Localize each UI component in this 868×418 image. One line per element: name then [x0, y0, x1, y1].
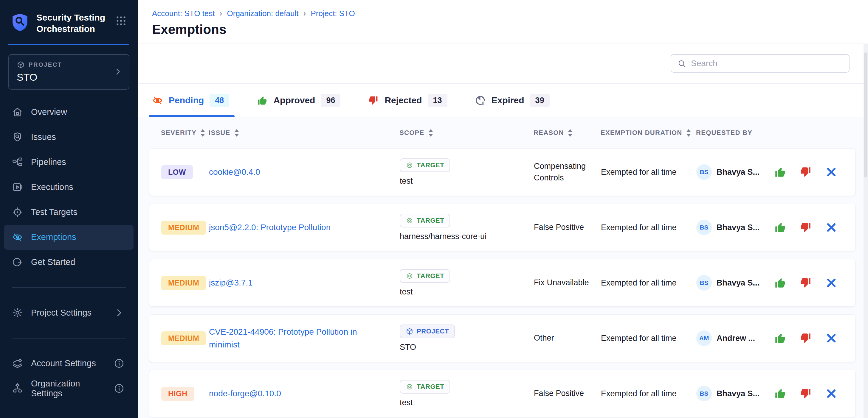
exemption-row: MEDIUMjszip@3.7.1TARGETtestFix Unavailab… [149, 259, 856, 307]
scope-type-label: TARGET [417, 161, 444, 169]
issue-link[interactable]: jszip@3.7.1 [209, 276, 400, 289]
avatar: BS [696, 220, 712, 235]
exemption-row: HIGHnode-forge@0.10.0TARGETtestFalse Pos… [149, 370, 856, 417]
sidebar-accent-bar [8, 44, 129, 45]
issue-link[interactable]: CVE-2021-44906: Prototype Pollution in m… [209, 325, 400, 351]
sort-icon [428, 129, 433, 137]
column-header-severity[interactable]: Severity [161, 129, 209, 137]
issue-cell: jszip@3.7.1 [209, 276, 400, 289]
sidebar-item-label: Overview [31, 107, 67, 117]
scope-cell: PROJECTSTO [400, 324, 534, 352]
approve-button[interactable] [774, 166, 786, 178]
issue-link[interactable]: json5@2.2.0: Prototype Pollution [209, 221, 400, 234]
issue-cell: json5@2.2.0: Prototype Pollution [209, 221, 400, 234]
avatar: BS [696, 275, 712, 290]
sidebar-item-account-settings[interactable]: Account Settings [0, 351, 138, 376]
sidebar-item-exemptions[interactable]: Exemptions [4, 225, 133, 250]
cancel-request-button[interactable] [825, 221, 838, 234]
tab-approved[interactable]: Approved96 [257, 84, 340, 117]
sidebar-item-label: Pipelines [31, 157, 66, 167]
scrollbar-thumb[interactable] [864, 53, 867, 177]
sidebar-item-test-targets[interactable]: Test Targets [0, 200, 138, 225]
sidebar-item-issues[interactable]: Issues [0, 125, 138, 150]
reject-button[interactable] [800, 166, 812, 178]
cancel-request-button[interactable] [825, 387, 838, 400]
sidebar-item-overview[interactable]: Overview [0, 100, 138, 125]
scope-cell: TARGETtest [400, 269, 534, 297]
cancel-request-button[interactable] [825, 166, 838, 178]
approve-button[interactable] [774, 332, 786, 345]
requested-by-cell: BSBhavya S... [696, 164, 774, 180]
tab-label: Pending [169, 95, 204, 105]
home-icon [12, 107, 23, 117]
cancel-request-button[interactable] [825, 332, 838, 345]
severity-badge: MEDIUM [161, 221, 206, 235]
account-layers-icon [12, 358, 23, 369]
approve-button[interactable] [774, 221, 786, 234]
actions-cell [774, 166, 843, 178]
breadcrumb-link-project-sto[interactable]: Project: STO [311, 9, 355, 18]
module-grid-icon[interactable] [115, 15, 127, 27]
vertical-scrollbar[interactable] [864, 44, 868, 418]
scope-type-badge: PROJECT [400, 324, 455, 338]
search-input[interactable] [691, 59, 843, 68]
approve-button[interactable] [774, 277, 786, 289]
sidebar-item-project-settings[interactable]: Project Settings [0, 301, 138, 325]
sidebar-item-get-started[interactable]: Get Started [0, 250, 138, 275]
sidebar-item-label: Organization Settings [31, 379, 105, 398]
column-header-scope[interactable]: Scope [399, 129, 533, 137]
severity-cell: HIGH [161, 387, 209, 401]
thumb-up-icon [257, 95, 268, 106]
target-circle-icon [406, 272, 413, 280]
project-selector[interactable]: PROJECT STO [8, 54, 129, 90]
tab-rejected[interactable]: Rejected13 [368, 84, 447, 117]
tab-expired[interactable]: Expired39 [475, 84, 550, 117]
reject-button[interactable] [800, 277, 812, 289]
scope-name: test [400, 287, 534, 297]
eye-off-icon [152, 95, 163, 106]
sidebar-item-executions[interactable]: Executions [0, 175, 138, 200]
tab-count-badge: 48 [210, 94, 229, 107]
info-icon[interactable] [114, 383, 125, 394]
pipelines-icon [12, 156, 23, 168]
exemption-row: LOWcookie@0.4.0TARGETtestCompensating Co… [149, 148, 856, 196]
sidebar-item-organization-settings[interactable]: Organization Settings [0, 376, 138, 401]
scope-type-badge: TARGET [400, 214, 450, 228]
info-icon[interactable] [114, 358, 125, 369]
scope-name: harness/harness-core-ui [400, 232, 534, 241]
duration-cell: Exempted for all time [601, 334, 696, 343]
breadcrumb-link-account-sto-test[interactable]: Account: STO test [152, 9, 215, 18]
scope-type-label: PROJECT [417, 327, 449, 335]
approve-button[interactable] [774, 387, 786, 400]
sidebar-item-label: Account Settings [31, 358, 96, 368]
issue-cell: node-forge@0.10.0 [209, 387, 400, 400]
column-header-reason[interactable]: Reason [533, 129, 600, 137]
reject-button[interactable] [800, 332, 812, 345]
issue-link[interactable]: node-forge@0.10.0 [209, 387, 400, 400]
main-content: Account: STO test›Organization: default›… [138, 0, 868, 418]
gear-icon [12, 307, 23, 318]
issue-cell: CVE-2021-44906: Prototype Pollution in m… [209, 325, 400, 351]
avatar: AM [696, 330, 712, 346]
scope-cell: TARGETtest [400, 159, 534, 186]
cancel-request-button[interactable] [825, 277, 838, 289]
requested-by-cell: BSBhavya S... [696, 220, 774, 235]
column-label: Requested By [696, 129, 752, 137]
avatar: BS [696, 386, 712, 401]
sidebar-item-label: Executions [31, 182, 73, 192]
reject-button[interactable] [800, 221, 812, 234]
tab-pending[interactable]: Pending48 [152, 84, 229, 117]
severity-badge: HIGH [161, 387, 194, 401]
issue-link[interactable]: cookie@0.4.0 [209, 166, 400, 178]
target-circle-icon [406, 161, 413, 169]
eye-off-icon [12, 232, 23, 243]
sto-shield-logo [10, 12, 30, 33]
exemption-row: MEDIUMCVE-2021-44906: Prototype Pollutio… [149, 314, 856, 362]
breadcrumb-separator: › [220, 9, 222, 18]
column-header-issue[interactable]: Issue [209, 129, 399, 137]
reject-button[interactable] [800, 387, 812, 400]
breadcrumb-link-organization-default[interactable]: Organization: default [227, 9, 299, 18]
column-header-exemption-duration[interactable]: Exemption Duration [600, 129, 696, 137]
sidebar-item-pipelines[interactable]: Pipelines [0, 150, 138, 175]
scope-name: test [400, 398, 534, 407]
